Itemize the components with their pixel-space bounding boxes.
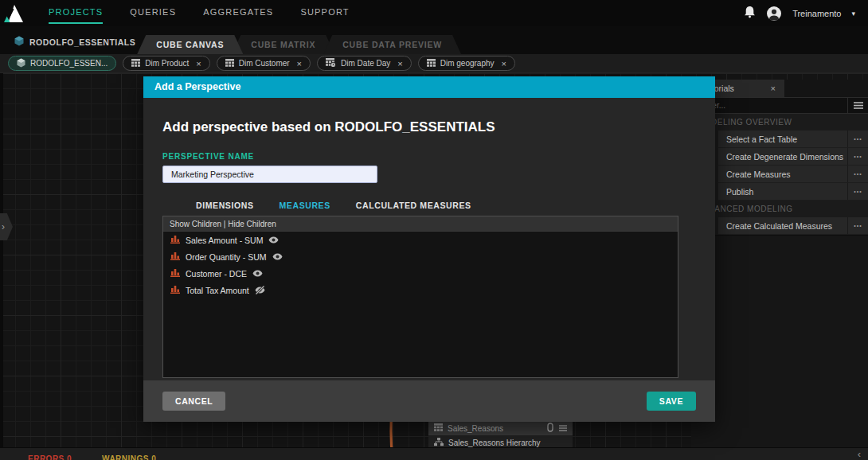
add-perspective-modal: Add a Perspective Add perspective based … [143,76,715,422]
bar-chart-icon [170,235,180,245]
measure-label: Customer - DCE [186,269,247,279]
modal-tabs: DIMENSIONS MEASURES CALCULATED MEASURES [162,201,696,210]
chevron-down-icon[interactable]: ▾ [851,10,855,18]
table-header-actions [547,423,567,434]
document-tab-bar: RODOLFO_ESSENTIALS CUBE CANVAS CUBE MATR… [0,26,868,54]
hierarchy-label: Sales_Reasons Hierarchy [448,439,541,447]
cube-icon [17,58,25,69]
eye-icon[interactable] [268,236,279,244]
measure-label: Total Tax Amount [186,286,249,295]
cancel-button[interactable]: CANCEL [162,392,225,411]
more-options-icon[interactable]: ••• [847,131,868,147]
nav-item-projects[interactable]: PROJECTS [35,0,116,26]
close-icon[interactable]: × [196,59,201,68]
eye-icon[interactable] [272,253,283,260]
measure-label: Sales Amount - SUM [186,236,263,245]
nav-item-support[interactable]: SUPPORT [287,0,362,26]
tab-cube-matrix[interactable]: CUBE MATRIX [232,35,334,54]
chevron-right-icon: › [2,221,5,232]
close-icon[interactable]: × [771,84,776,93]
bar-chart-icon [170,285,180,295]
tutorial-item-publish[interactable]: Publish ••• [718,183,868,201]
table-icon [131,59,140,68]
bar-chart-icon [170,251,180,262]
breadcrumb[interactable]: RODOLFO_ESSENTIALS [0,36,148,54]
close-icon[interactable]: × [397,59,402,68]
chip-label: RODOLFO_ESSEN... [30,59,108,68]
cube-icon [14,36,24,48]
app-root: PROJECTS QUERIES AGGREGATES SUPPORT Trei… [0,0,868,460]
warnings-badge[interactable]: WARNINGS 0 [102,454,156,460]
user-menu[interactable]: Treinamento [792,9,841,18]
notifications-bell-icon[interactable] [744,6,756,21]
atscale-logo-icon[interactable] [0,0,27,26]
tutorial-label: Create Calculated Measures [718,221,847,231]
tutorial-item-create-degenerate-dimensions[interactable]: Create Degenerate Dimensions ••• [718,148,868,166]
status-bar: ERRORS 0 WARNINGS 0 ‹ [0,447,868,460]
more-options-icon[interactable]: ••• [847,148,868,165]
measure-row-customer[interactable]: Customer - DCE [163,265,678,282]
section-title-modeling-overview: MODELING OVERVIEW [691,114,868,131]
tab-measures[interactable]: MEASURES [273,201,337,210]
chip-label: Dim Date Day [341,59,390,68]
eye-icon[interactable] [252,270,263,277]
close-icon[interactable]: × [297,59,302,68]
tab-cube-canvas[interactable]: CUBE CANVAS [137,35,243,54]
more-options-icon[interactable]: ••• [847,217,868,234]
eye-slash-icon[interactable] [255,286,265,294]
breadcrumb-label: RODOLFO_ESSENTIALS [29,37,135,47]
tab-cube-data-preview[interactable]: CUBE DATA PREVIEW [323,35,461,54]
tutorial-item-select-fact-table[interactable]: Select a Fact Table ••• [718,131,868,148]
modal-header: Add a Perspective [143,76,715,98]
measures-list-panel: Show Children | Hide Children Sales Amou… [162,216,678,378]
tutorial-label: Create Degenerate Dimensions [718,152,847,162]
chip-dim-geography[interactable]: Dim geography × [418,56,515,71]
chip-label: Dim geography [440,59,495,68]
measure-row-sales-amount[interactable]: Sales Amount - SUM [163,232,678,248]
tab-dimensions[interactable]: DIMENSIONS [190,201,260,210]
tutorial-label: Publish [718,187,847,197]
chip-dim-customer[interactable]: Dim Customer × [217,56,311,71]
close-icon[interactable]: × [502,59,506,68]
key-icon[interactable] [547,423,553,434]
more-options-icon[interactable]: ••• [847,166,868,182]
chip-cube[interactable]: RODOLFO_ESSEN... [8,56,116,71]
measure-label: Order Quantity - SUM [186,252,267,262]
menu-icon[interactable] [847,98,868,113]
tutorial-item-create-calculated-measures[interactable]: Create Calculated Measures ••• [718,217,868,235]
measure-row-total-tax-amount[interactable]: Total Tax Amount [163,282,678,298]
user-avatar-icon[interactable] [766,6,782,21]
modal-footer: CANCEL SAVE [143,380,715,422]
nav-item-label: SUPPORT [300,7,349,17]
nav-item-aggregates[interactable]: AGGREGATES [190,0,287,26]
chip-dim-date-day[interactable]: Dim Date Day × [317,56,412,71]
bar-chart-icon [170,268,180,279]
tutorial-label: Select a Fact Table [718,134,847,144]
tab-calculated-measures[interactable]: CALCULATED MEASURES [350,201,478,210]
perspective-name-input[interactable] [162,166,377,183]
sidebar-empty-area [691,235,868,447]
sales-reasons-panel: Sales_Reasons Sales_Reasons Hierarchy [428,421,573,450]
expand-left-panel-button[interactable]: › [0,213,13,240]
nav-item-label: AGGREGATES [203,7,273,17]
chevron-left-icon[interactable]: ‹ [858,448,861,460]
nav-item-queries[interactable]: QUERIES [116,0,190,26]
table-icon [434,423,443,433]
tutorial-label: Create Measures [718,170,847,179]
measure-row-order-quantity[interactable]: Order Quantity - SUM [163,248,678,265]
sales-reasons-table[interactable]: Sales_Reasons [428,421,573,435]
tutorial-item-create-measures[interactable]: Create Measures ••• [718,166,868,183]
perspective-name-label: PERSPECTIVE NAME [162,152,696,161]
filter-chip-bar: RODOLFO_ESSEN... Dim Product × Dim Custo… [0,54,868,73]
table-icon [427,59,436,68]
errors-badge[interactable]: ERRORS 0 [28,454,72,460]
sidebar-filter-row [691,97,868,114]
nav-item-label: QUERIES [130,7,176,17]
chip-dim-product[interactable]: Dim Product × [123,56,209,71]
nav-menu: PROJECTS QUERIES AGGREGATES SUPPORT [35,0,363,26]
chip-label: Dim Customer [239,59,290,68]
more-options-icon[interactable]: ••• [847,183,868,200]
menu-icon[interactable] [559,424,567,433]
save-button[interactable]: SAVE [647,392,696,411]
show-hide-children-toolbar[interactable]: Show Children | Hide Children [163,216,678,232]
